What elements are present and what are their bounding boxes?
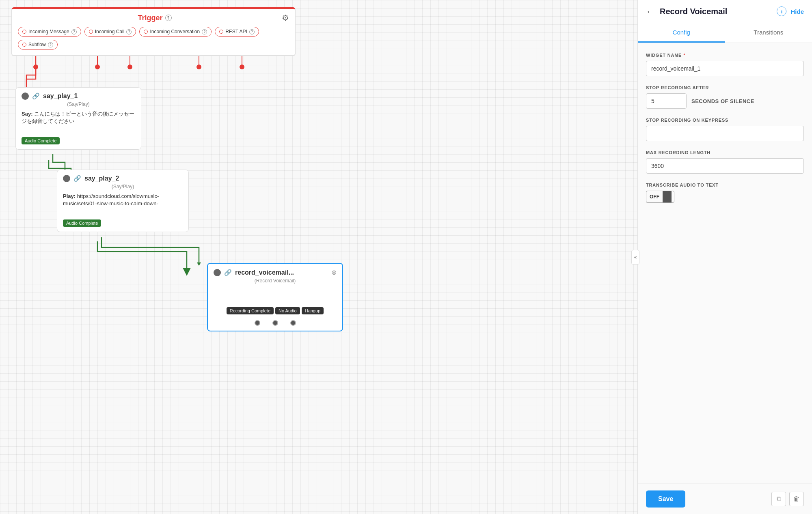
tab-dot [219,30,223,34]
stop-recording-label: STOP RECORDING AFTER [646,85,804,90]
card-header: 🔗 say_play_2 [63,175,183,182]
body-text: こんにちは！ビーという音の後にメッセージを録音してください [22,111,134,124]
trigger-tab-subflow[interactable]: Subflow ? [18,40,58,49]
trigger-title: Trigger ? [28,14,282,22]
transcribe-group: TRANSCRIBE AUDIO TO TEXT OFF [646,183,804,203]
widget-title: record_voicemail... [235,269,294,276]
widget-name-group: WIDGET NAME * [646,53,804,76]
audio-complete-badge-1[interactable]: Audio Complete [22,137,60,144]
trigger-tab-label: REST API [225,29,247,34]
copy-button[interactable]: ⧉ [771,492,786,506]
trigger-box: Trigger ? ⚙ Incoming Message ? Incoming … [11,7,296,56]
stop-keypress-label: STOP RECORDING ON KEYPRESS [646,118,804,123]
link-icon: 🔗 [73,175,81,182]
max-length-label: MAX RECORDING LENGTH [646,150,804,155]
trigger-tab-label: Incoming Message [28,29,69,34]
widget-type: (Say/Play) [63,184,183,189]
svg-point-1 [33,65,38,69]
delete-button[interactable]: 🗑 [789,492,804,506]
widget-name-label: WIDGET NAME * [646,53,804,58]
panel-tabs: Config Transitions [638,23,812,43]
widget-body: Play: https://soundcloud.com/slowmusic-m… [63,193,183,207]
svg-point-5 [127,65,132,69]
canvas-area: Trigger ? ⚙ Incoming Message ? Incoming … [0,0,637,514]
widget-status-dot [63,175,70,182]
close-icon[interactable]: ⊗ [331,269,337,276]
trigger-tab-label: Incoming Call [95,29,125,34]
tab-transitions[interactable]: Transitions [725,23,812,43]
record-voicemail-card[interactable]: 🔗 record_voicemail... ⊗ (Record Voicemai… [207,263,343,331]
connector-dot-3 [290,320,296,326]
trigger-tab-incoming-conversation[interactable]: Incoming Conversation ? [139,27,212,37]
tab-help-icon[interactable]: ? [71,29,77,34]
connector-dot-2 [272,320,278,326]
widget-status-dot [22,92,29,100]
hangup-connector[interactable]: Hangup [302,307,324,314]
save-button[interactable]: Save [646,490,685,508]
say-play-1-card: 🔗 say_play_1 (Say/Play) Say: こんにちは！ビーという… [15,87,141,150]
collapse-button[interactable]: « [631,250,639,265]
tab-dot [89,30,93,34]
card-header: 🔗 record_voicemail... ⊗ [214,269,337,276]
trigger-help-icon[interactable]: ? [165,15,172,21]
widget-name-input[interactable] [646,61,804,76]
trigger-gear-icon[interactable]: ⚙ [282,13,289,23]
widget-body: Say: こんにちは！ビーという音の後にメッセージを録音してください [22,110,135,125]
trigger-header: Trigger ? ⚙ [18,13,289,23]
max-length-group: MAX RECORDING LENGTH [646,150,804,174]
trigger-title-text: Trigger [138,14,162,22]
stop-keypress-group: STOP RECORDING ON KEYPRESS [646,118,804,141]
trigger-tab-rest-api[interactable]: REST API ? [215,27,259,37]
panel-header: ← Record Voicemail i Hide [638,0,812,23]
seconds-of-silence-label: SECONDS OF SILENCE [691,98,754,104]
tab-help-icon[interactable]: ? [126,29,132,34]
widget-status-dot [214,269,221,276]
svg-marker-12 [197,262,201,266]
tab-help-icon[interactable]: ? [202,29,207,34]
trigger-tabs: Incoming Message ? Incoming Call ? Incom… [18,27,289,49]
toggle-slider [663,191,672,202]
trigger-tab-incoming-call[interactable]: Incoming Call ? [84,27,136,37]
collapse-icon: « [634,254,637,260]
tab-help-icon[interactable]: ? [249,29,255,34]
widget-title: say_play_2 [84,175,119,182]
card-header: 🔗 say_play_1 [22,92,135,100]
say-play-2-card: 🔗 say_play_2 (Say/Play) Play: https://so… [57,170,189,232]
tab-dot [22,30,26,34]
audio-complete-badge-2[interactable]: Audio Complete [63,219,101,227]
panel-title: Record Voicemail [660,7,773,16]
back-button[interactable]: ← [646,7,654,16]
trigger-tab-label: Subflow [28,42,46,47]
widget-title: say_play_1 [43,92,78,100]
connection-2-record [81,235,227,276]
bottom-dots [214,320,337,326]
hide-button[interactable]: Hide [790,8,804,15]
trigger-tab-label: Incoming Conversation [150,29,200,34]
stop-recording-inline: SECONDS OF SILENCE [646,93,804,109]
widget-type: (Say/Play) [22,101,135,107]
stop-recording-input[interactable] [646,93,687,109]
svg-point-7 [197,65,201,69]
info-button[interactable]: i [777,6,786,16]
tab-config[interactable]: Config [638,23,725,43]
recording-complete-connector[interactable]: Recording Complete [227,307,274,314]
transcribe-label: TRANSCRIBE AUDIO TO TEXT [646,183,804,187]
svg-point-3 [95,65,100,69]
stop-recording-group: STOP RECORDING AFTER SECONDS OF SILENCE [646,85,804,109]
transcribe-toggle[interactable]: OFF [646,191,804,203]
panel-body: WIDGET NAME * STOP RECORDING AFTER SECON… [638,43,812,484]
panel-footer: Save ⧉ 🗑 [638,484,812,514]
tab-help-icon[interactable]: ? [48,42,53,47]
stop-keypress-input[interactable] [646,126,804,141]
toggle-off-label: OFF [646,192,663,201]
trigger-tab-incoming-message[interactable]: Incoming Message ? [18,27,81,37]
widget-type: (Record Voicemail) [214,278,337,284]
toggle-off-control[interactable]: OFF [646,191,674,203]
right-panel: « ← Record Voicemail i Hide Config Trans… [637,0,812,514]
body-label: Play: [63,193,76,199]
no-audio-connector[interactable]: No Audio [275,307,300,314]
output-connectors: Recording Complete No Audio Hangup [214,307,337,314]
body-text: https://soundcloud.com/slowmusic-music/s… [63,193,159,206]
link-icon: 🔗 [224,269,232,276]
max-length-input[interactable] [646,158,804,174]
